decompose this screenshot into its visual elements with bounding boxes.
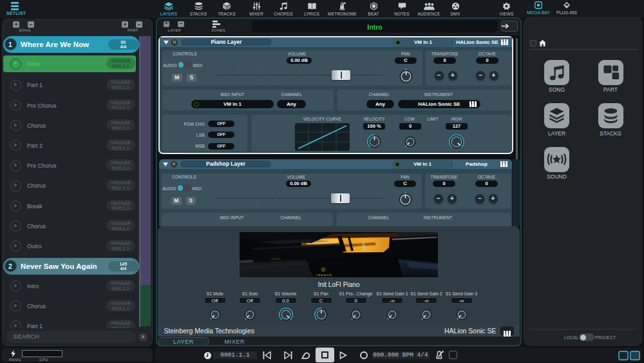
- svg-text:YAMAHA: YAMAHA: [270, 258, 281, 260]
- svg-text:YAMAHA: YAMAHA: [315, 273, 332, 277]
